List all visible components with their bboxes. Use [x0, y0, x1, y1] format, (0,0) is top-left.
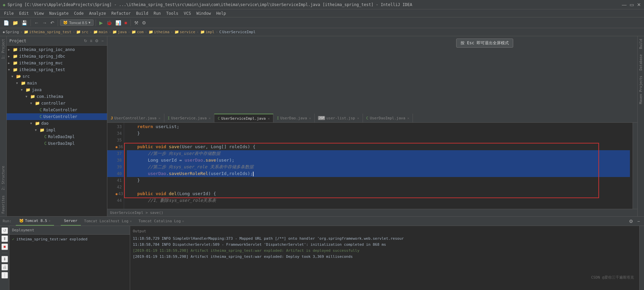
tab-server[interactable]: Server: [61, 217, 81, 226]
tree-item-spring-test[interactable]: ▼ 📁 itheima_spring_test: [7, 66, 107, 73]
bottom-close-button[interactable]: −: [636, 218, 641, 225]
tree-item-main[interactable]: ▼ 📁 main: [7, 80, 107, 86]
tree-item-mvc[interactable]: ▶ 📁 itheima_spring_mvc: [7, 60, 107, 66]
breadcrumb-impl[interactable]: 📁 impl: [200, 30, 215, 34]
tab-close-button[interactable]: ✕: [357, 116, 359, 120]
tree-item-dao-folder[interactable]: ▼ 📁 dao: [7, 120, 107, 127]
tab-close-button[interactable]: ✕: [407, 116, 409, 120]
rerun-button[interactable]: ↺: [1, 227, 8, 234]
tab-catalina-log[interactable]: Tomcat Catalina Log ✕: [135, 217, 187, 226]
breadcrumb-userserviceimpl[interactable]: C UserServiceImpl: [219, 30, 256, 34]
forward-button[interactable]: →: [41, 19, 48, 26]
vertical-scrollbar[interactable]: [633, 123, 637, 209]
code-line-42: [127, 184, 630, 190]
menu-vcs[interactable]: VCS: [181, 9, 194, 17]
menu-edit[interactable]: Edit: [16, 9, 32, 17]
run-with-coverage-button[interactable]: 📊: [114, 19, 122, 26]
scroll-to-end-button[interactable]: ⬇: [1, 256, 8, 263]
build-panel-label[interactable]: Build: [639, 36, 643, 52]
deploy-item[interactable]: ✓ itheima_spring_test:war exploded: [11, 236, 128, 242]
tab-close-button[interactable]: ✕: [158, 116, 160, 120]
tab-close-tomcat[interactable]: ✕: [49, 219, 51, 223]
menu-code[interactable]: Code: [71, 9, 87, 17]
bottom-settings-button[interactable]: ⚙: [628, 218, 635, 225]
stop-server-button[interactable]: ■: [1, 243, 8, 250]
project-panel-label[interactable]: 1: Project: [1, 36, 6, 62]
menu-run[interactable]: Run: [151, 9, 164, 17]
tab-localhost-log[interactable]: Tomcat Localhost Log ✕: [81, 217, 135, 226]
tree-item-dao-impl-folder[interactable]: ▼ 📁 impl: [7, 127, 107, 133]
tab-close-catalina[interactable]: ✕: [182, 219, 184, 223]
menu-help[interactable]: Help: [214, 9, 229, 17]
menu-window[interactable]: Window: [194, 9, 213, 17]
code-line-39: //第二步 向sys_user_role 关系表中存储多条数据: [127, 164, 630, 170]
close-panel-button[interactable]: −: [101, 38, 104, 44]
tree-item-jdbc[interactable]: ▶ 📁 itheima_spring_jdbc: [7, 53, 107, 60]
tree-item-ioc-anno[interactable]: ▶ 📁 itheima_spring_ioc_anno: [7, 46, 107, 53]
breadcrumb-java[interactable]: 📁 java: [112, 30, 127, 34]
tab-usercontroller[interactable]: J UserController.java ✕: [107, 114, 164, 122]
tab-userservice[interactable]: I UserService.java ✕: [164, 114, 215, 122]
tree-item-controller-folder[interactable]: ▼ 📁 controller: [7, 100, 107, 107]
code-editor[interactable]: return userList; } public void save(User…: [124, 123, 633, 209]
breadcrumb-service[interactable]: 📁 service: [174, 30, 195, 34]
collapse-all-button[interactable]: ≡: [89, 38, 93, 44]
tab-user-list-jsp[interactable]: JSP user-list.jsp ✕: [315, 114, 363, 122]
tab-close-button[interactable]: ✕: [268, 117, 270, 120]
back-button[interactable]: ←: [33, 19, 40, 26]
new-file-button[interactable]: 📄: [2, 19, 10, 26]
tab-userdaoimpl[interactable]: C UserDaoImpl.java ✕: [363, 114, 413, 122]
menu-build[interactable]: Build: [133, 9, 151, 17]
tree-item-role-dao-impl[interactable]: ▶ C RoleDaoImpl: [7, 133, 107, 140]
maven-panel-label[interactable]: Maven Projects: [639, 73, 643, 107]
run-button[interactable]: ▶: [98, 19, 104, 26]
save-button[interactable]: 💾: [20, 19, 29, 26]
tree-item-user-controller[interactable]: ▶ C UserController: [7, 113, 107, 120]
bottom-scrollbar[interactable]: [639, 226, 644, 290]
tab-close-button[interactable]: ✕: [309, 116, 311, 120]
breadcrumb-spring[interactable]: ◆ Spring: [3, 30, 19, 34]
menu-navigate[interactable]: Navigate: [47, 9, 71, 17]
gear-icon[interactable]: ⚙: [94, 38, 99, 44]
breadcrumb-itheima-spring-test[interactable]: 📁 itheima_spring_test: [24, 30, 71, 34]
minimize-button[interactable]: —: [622, 2, 627, 7]
breadcrumb-main[interactable]: 📁 main: [93, 30, 108, 34]
menu-file[interactable]: File: [1, 9, 16, 17]
breadcrumb-itheima[interactable]: 📁 itheima: [149, 30, 169, 34]
more-options-button[interactable]: ⋮: [1, 272, 8, 279]
breadcrumb-com[interactable]: 📁 com: [131, 30, 144, 34]
tree-item-user-dao-impl[interactable]: ▶ C UserDaoImpl: [7, 140, 107, 147]
database-panel-label[interactable]: Database: [639, 52, 643, 73]
menu-refactor[interactable]: Refactor: [109, 9, 133, 17]
tree-item-src[interactable]: ▼ 📂 src: [7, 73, 107, 80]
update-button[interactable]: ⬆: [1, 235, 8, 242]
tree-item-com-itheima[interactable]: ▼ 📁 com.itheima: [7, 93, 107, 100]
close-button[interactable]: ✕: [637, 2, 641, 7]
breadcrumb-src[interactable]: 📁 src: [76, 30, 88, 34]
tomcat-selector[interactable]: 🐱 Tomcat 8.5 ▾: [60, 19, 94, 26]
restore-button[interactable]: ▭: [629, 2, 634, 7]
tree-item-java[interactable]: ▼ 📁 java: [7, 86, 107, 93]
debug-button[interactable]: 🐞: [105, 19, 113, 26]
print-button[interactable]: 🖨: [1, 264, 8, 271]
expand-arrow: ▼: [11, 75, 16, 78]
tab-close-localhost[interactable]: ✕: [130, 219, 132, 223]
build-button[interactable]: ⚒: [133, 19, 140, 26]
sync-button[interactable]: ↻: [83, 38, 88, 44]
settings-button[interactable]: ⚙: [141, 19, 148, 26]
tree-item-role-controller[interactable]: ▶ C RoleController: [7, 107, 107, 113]
tab-tomcat[interactable]: 🐱 Tomcat 8.5 ✕: [16, 217, 54, 226]
separator: [2, 253, 7, 253]
structure-panel-label[interactable]: 2: Structure: [1, 163, 6, 193]
undo-button[interactable]: ↶: [49, 19, 56, 26]
menu-analyze[interactable]: Analyze: [86, 9, 109, 17]
tab-userdao[interactable]: I UserDao.java ✕: [273, 114, 315, 122]
menu-tools[interactable]: Tools: [164, 9, 181, 17]
menu-view[interactable]: View: [32, 9, 47, 17]
tab-userserviceimpl[interactable]: C UserServiceImpl.java ✕: [214, 114, 273, 122]
favorites-label[interactable]: Favorites: [1, 193, 6, 216]
editor-area[interactable]: 33 34 35 ●36 37 38 39 40 41 42 ●43 44: [107, 123, 637, 209]
stop-button[interactable]: ■: [123, 19, 128, 26]
tab-close-button[interactable]: ✕: [209, 116, 211, 120]
open-button[interactable]: 📁: [11, 19, 19, 26]
